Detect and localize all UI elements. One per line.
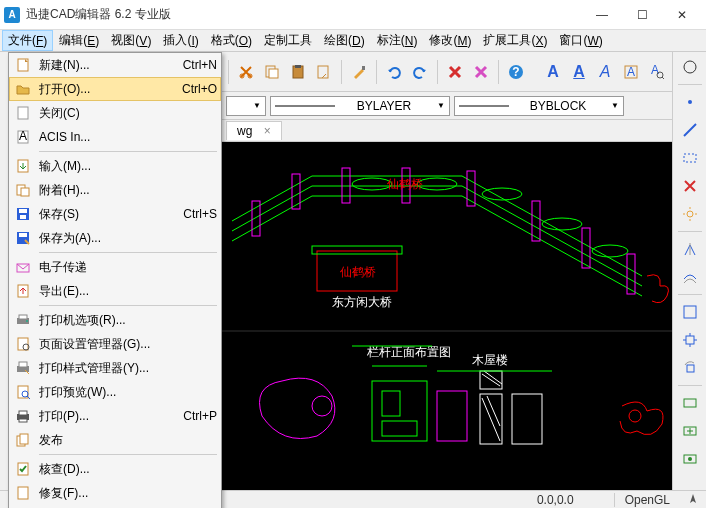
menu-item-acis[interactable]: AACIS In... bbox=[9, 125, 221, 149]
tab-close-icon[interactable]: × bbox=[264, 124, 271, 138]
svg-point-86 bbox=[688, 100, 692, 104]
menu-扩展工具[interactable]: 扩展工具(X) bbox=[477, 30, 553, 51]
menu-格式[interactable]: 格式(O) bbox=[205, 30, 258, 51]
menu-编辑[interactable]: 编辑(E) bbox=[53, 30, 105, 51]
menu-item-etransmit[interactable]: 电子传递 bbox=[9, 255, 221, 279]
redo-icon[interactable] bbox=[409, 61, 431, 83]
menu-label: 发布 bbox=[39, 432, 217, 449]
plus-green-icon[interactable] bbox=[679, 420, 701, 442]
rect-sel-icon[interactable] bbox=[679, 301, 701, 323]
menu-item-import[interactable]: 输入(M)... bbox=[9, 154, 221, 178]
menu-item-printstyle[interactable]: 打印样式管理器(Y)... bbox=[9, 356, 221, 380]
rect-green-icon[interactable] bbox=[679, 392, 701, 414]
menu-视图[interactable]: 视图(V) bbox=[105, 30, 157, 51]
rotate-tool-icon[interactable] bbox=[679, 357, 701, 379]
brush-icon[interactable] bbox=[348, 61, 370, 83]
erase-tool-icon[interactable] bbox=[679, 175, 701, 197]
rect-tool-icon[interactable] bbox=[679, 147, 701, 169]
svg-point-57 bbox=[417, 178, 457, 190]
menu-label: 打开(O)... bbox=[39, 81, 172, 98]
menu-label: 导出(E)... bbox=[39, 283, 217, 300]
svg-point-89 bbox=[687, 211, 693, 217]
menu-修改[interactable]: 修改(M) bbox=[423, 30, 477, 51]
menu-item-printpreview[interactable]: 打印预览(W)... bbox=[9, 380, 221, 404]
menu-label: 输入(M)... bbox=[39, 158, 217, 175]
svg-rect-26 bbox=[19, 419, 27, 422]
menu-item-new[interactable]: 新建(N)...Ctrl+N bbox=[9, 53, 221, 77]
cut-icon[interactable] bbox=[235, 61, 257, 83]
menu-item-export[interactable]: 导出(E)... bbox=[9, 279, 221, 303]
menu-绘图[interactable]: 绘图(D) bbox=[318, 30, 371, 51]
circle-tool-icon[interactable] bbox=[679, 56, 701, 78]
menu-标注[interactable]: 标注(N) bbox=[371, 30, 424, 51]
file-menu-dropdown: 新建(N)...Ctrl+N打开(O)...Ctrl+O关闭(C)AACIS I… bbox=[8, 52, 222, 508]
cad-drawing: 仙鹤桥 仙鹤桥 东方闲大桥 栏杆正面布置图 木屋楼 bbox=[222, 142, 672, 490]
offset-tool-icon[interactable] bbox=[679, 266, 701, 288]
undo-icon[interactable] bbox=[383, 61, 405, 83]
menu-item-audit[interactable]: 核查(D)... bbox=[9, 457, 221, 481]
titlebar: A 迅捷CAD编辑器 6.2 专业版 — ☐ ✕ bbox=[0, 0, 706, 30]
minimize-button[interactable]: — bbox=[582, 0, 622, 30]
menu-文件[interactable]: 文件(F) bbox=[2, 30, 53, 51]
main-area: ? A A A A A ▼ BYLAYER ▼ BYBLOCK ▼ wg × bbox=[222, 52, 672, 490]
svg-point-56 bbox=[352, 178, 392, 190]
text-find-icon[interactable]: A bbox=[646, 61, 668, 83]
menu-label: 新建(N)... bbox=[39, 57, 173, 74]
linetype-combo[interactable]: BYLAYER ▼ bbox=[270, 96, 450, 116]
point-tool-icon[interactable] bbox=[679, 91, 701, 113]
paste-icon[interactable] bbox=[287, 61, 309, 83]
menu-label: ACIS In... bbox=[39, 130, 217, 144]
menu-item-printopt[interactable]: 打印机选项(R)... bbox=[9, 308, 221, 332]
recover-icon bbox=[13, 485, 33, 501]
menu-定制工具[interactable]: 定制工具 bbox=[258, 30, 318, 51]
menu-item-print[interactable]: 打印(P)...Ctrl+P bbox=[9, 404, 221, 428]
menu-item-recover[interactable]: 修复(F)... bbox=[9, 481, 221, 505]
save-icon bbox=[13, 206, 33, 222]
coords-readout: 0.0,0.0 bbox=[497, 493, 614, 507]
copy-icon[interactable] bbox=[261, 61, 283, 83]
sun-tool-icon[interactable] bbox=[679, 203, 701, 225]
menu-item-close[interactable]: 关闭(C) bbox=[9, 101, 221, 125]
close-button[interactable]: ✕ bbox=[662, 0, 702, 30]
tab-label: wg bbox=[237, 124, 252, 138]
text-style-a2[interactable]: A bbox=[568, 61, 590, 83]
open-icon bbox=[13, 81, 33, 97]
menu-separator bbox=[39, 252, 217, 253]
svg-rect-74 bbox=[437, 391, 467, 441]
menu-窗口[interactable]: 窗口(W) bbox=[553, 30, 608, 51]
menu-label: 保存为(A)... bbox=[39, 230, 217, 247]
menu-item-attach[interactable]: 附着(H)... bbox=[9, 178, 221, 202]
menu-item-open[interactable]: 打开(O)...Ctrl+O bbox=[9, 77, 221, 101]
maximize-button[interactable]: ☐ bbox=[622, 0, 662, 30]
delete-pink-icon[interactable] bbox=[470, 61, 492, 83]
document-tab[interactable]: wg × bbox=[226, 121, 282, 140]
mirror-tool-icon[interactable] bbox=[679, 238, 701, 260]
text-tool-icon[interactable]: A bbox=[620, 61, 642, 83]
svg-rect-15 bbox=[19, 315, 27, 319]
delete-red-icon[interactable] bbox=[444, 61, 466, 83]
lineweight-preview-icon bbox=[459, 102, 509, 110]
acis-icon: A bbox=[13, 129, 33, 145]
drawing-canvas[interactable]: 仙鹤桥 仙鹤桥 东方闲大桥 栏杆正面布置图 木屋楼 bbox=[222, 142, 672, 490]
lineweight-combo[interactable]: BYBLOCK ▼ bbox=[454, 96, 624, 116]
linetype-value: BYLAYER bbox=[357, 99, 411, 113]
text-style-a3[interactable]: A bbox=[594, 61, 616, 83]
help-icon[interactable]: ? bbox=[505, 61, 527, 83]
menu-separator bbox=[39, 305, 217, 306]
compass-icon[interactable] bbox=[686, 493, 700, 507]
menu-item-pagesetup[interactable]: 页面设置管理器(G)... bbox=[9, 332, 221, 356]
line-tool-icon[interactable] bbox=[679, 119, 701, 141]
menu-插入[interactable]: 插入(I) bbox=[157, 30, 204, 51]
menu-item-saveas[interactable]: 保存为(A)... bbox=[9, 226, 221, 250]
check-green-icon[interactable] bbox=[679, 448, 701, 470]
match-icon[interactable] bbox=[313, 61, 335, 83]
svg-text:?: ? bbox=[512, 65, 519, 79]
etransmit-icon bbox=[13, 259, 33, 275]
move-tool-icon[interactable] bbox=[679, 329, 701, 351]
menu-label: 修复(F)... bbox=[39, 485, 217, 502]
text-style-a1[interactable]: A bbox=[542, 61, 564, 83]
color-combo[interactable]: ▼ bbox=[226, 96, 266, 116]
menu-item-save[interactable]: 保存(S)Ctrl+S bbox=[9, 202, 221, 226]
menu-item-publish[interactable]: 发布 bbox=[9, 428, 221, 452]
menu-shortcut: Ctrl+N bbox=[183, 58, 217, 72]
